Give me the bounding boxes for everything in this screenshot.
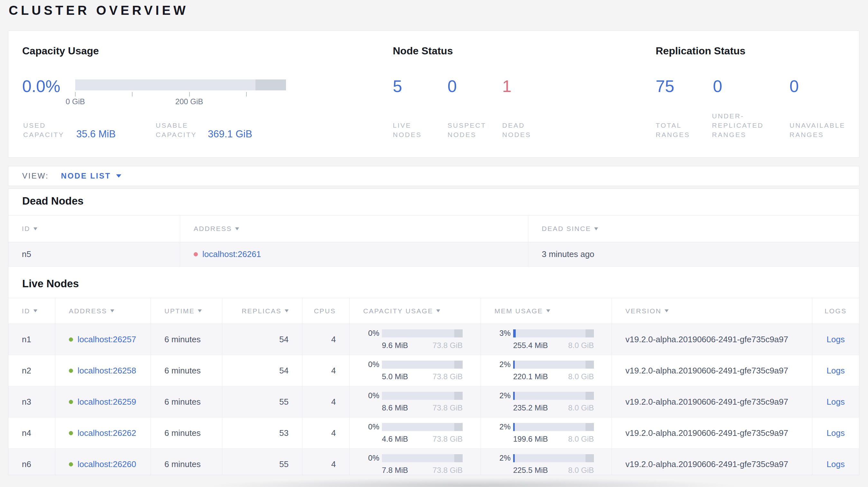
node-version: v19.2.0-alpha.20190606-2491-gfe735c9a97 bbox=[612, 386, 812, 417]
node-id: n6 bbox=[8, 449, 55, 475]
node-version: v19.2.0-alpha.20190606-2491-gfe735c9a97 bbox=[612, 324, 812, 355]
live-nodes-count: 5 bbox=[393, 77, 402, 95]
live-nodes-table-body: n1 localhost:26257 6 minutes 54 4 0% 9.6… bbox=[8, 324, 859, 475]
node-replicas: 54 bbox=[222, 324, 302, 355]
node-uptime: 6 minutes bbox=[151, 418, 222, 448]
node-capacity-usage: 0% 4.6 MiB73.8 GiB bbox=[349, 418, 480, 448]
used-capacity-label: USED CAPACITY bbox=[23, 121, 64, 139]
total-ranges-label: TOTALRANGES bbox=[656, 121, 690, 139]
sort-desc-icon bbox=[110, 310, 114, 312]
view-label: VIEW: bbox=[22, 171, 49, 181]
column-header-uptime[interactable]: UPTIME bbox=[151, 298, 222, 324]
sort-desc-icon bbox=[235, 227, 239, 230]
node-capacity-usage: 0% 8.6 MiB73.8 GiB bbox=[349, 386, 480, 417]
node-mem-usage: 2% 220.1 MiB8.0 GiB bbox=[480, 355, 612, 386]
node-status-heading: Node Status bbox=[393, 45, 453, 57]
capacity-mini-bar bbox=[382, 361, 463, 369]
dead-nodes-count: 1 bbox=[502, 77, 512, 95]
capacity-mini-bar bbox=[382, 454, 463, 462]
logs-link[interactable]: Logs bbox=[827, 397, 844, 407]
table-row: n4 localhost:26262 6 minutes 53 4 0% 4.6… bbox=[8, 418, 859, 449]
axis-tick bbox=[132, 92, 132, 97]
node-address-link[interactable]: localhost:26259 bbox=[78, 397, 136, 407]
bottom-shadow bbox=[199, 477, 746, 487]
node-cpus: 4 bbox=[302, 324, 349, 355]
dead-node-row: n5 localhost:26261 3 minutes ago bbox=[8, 242, 859, 267]
column-header-cpus[interactable]: CPUS bbox=[302, 298, 349, 324]
view-selector-bar: VIEW: NODE LIST bbox=[8, 166, 859, 186]
column-header-id[interactable]: ID bbox=[8, 216, 180, 242]
node-capacity-usage: 0% 9.6 MiB73.8 GiB bbox=[349, 324, 480, 355]
node-version: v19.2.0-alpha.20190606-2491-gfe735c9a97 bbox=[612, 418, 812, 448]
node-uptime: 6 minutes bbox=[151, 386, 222, 417]
column-header-address[interactable]: ADDRESS bbox=[180, 216, 528, 242]
node-address-cell: localhost:26258 bbox=[55, 355, 151, 386]
node-capacity-usage: 0% 7.8 MiB73.8 GiB bbox=[349, 449, 480, 475]
mem-mini-bar bbox=[513, 361, 594, 369]
mem-mini-bar bbox=[513, 423, 594, 431]
live-status-dot-icon bbox=[69, 431, 73, 435]
view-dropdown[interactable]: NODE LIST bbox=[61, 171, 121, 181]
node-address-link[interactable]: localhost:26257 bbox=[78, 334, 136, 345]
live-nodes-table-header: ID ADDRESS UPTIME REPLICAS CPUS CAPACITY… bbox=[8, 298, 859, 324]
dead-nodes-heading: Dead Nodes bbox=[8, 189, 859, 215]
chevron-down-icon bbox=[116, 174, 121, 177]
sort-desc-icon bbox=[198, 310, 202, 312]
unavailable-ranges-label: UNAVAILABLERANGES bbox=[789, 121, 845, 139]
column-header-mem-usage[interactable]: MEM USAGE bbox=[480, 298, 612, 324]
page-title: CLUSTER OVERVIEW bbox=[9, 3, 189, 18]
capacity-bar-reserved-segment bbox=[255, 79, 286, 90]
dead-node-address-link[interactable]: localhost:26261 bbox=[203, 249, 261, 259]
unavailable-ranges-count: 0 bbox=[789, 77, 799, 95]
node-logs-cell: Logs bbox=[812, 449, 859, 475]
column-header-address[interactable]: ADDRESS bbox=[55, 298, 151, 324]
capacity-mini-bar bbox=[382, 329, 463, 337]
node-logs-cell: Logs bbox=[812, 418, 859, 448]
node-capacity-usage: 0% 5.0 MiB73.8 GiB bbox=[349, 355, 480, 386]
logs-link[interactable]: Logs bbox=[827, 428, 844, 438]
node-id: n1 bbox=[8, 324, 55, 355]
node-address-link[interactable]: localhost:26260 bbox=[78, 459, 136, 469]
usable-capacity-label: USABLE CAPACITY bbox=[156, 121, 196, 139]
node-replicas: 54 bbox=[222, 355, 302, 386]
capacity-usage-section: Capacity Usage 0.0% 0 GiB 200 GiB USED C… bbox=[22, 31, 376, 157]
node-id: n2 bbox=[8, 355, 55, 386]
dead-nodes-label: DEADNODES bbox=[502, 121, 531, 139]
axis-tick-label: 200 GiB bbox=[170, 97, 209, 106]
live-nodes-heading: Live Nodes bbox=[8, 267, 859, 298]
replication-status-heading: Replication Status bbox=[656, 45, 745, 57]
column-header-capacity-usage[interactable]: CAPACITY USAGE bbox=[349, 298, 480, 324]
node-address-link[interactable]: localhost:26258 bbox=[78, 366, 136, 376]
axis-tick bbox=[75, 92, 75, 97]
column-header-dead-since[interactable]: DEAD SINCE bbox=[528, 216, 859, 242]
node-status-section: Node Status 5 0 1 LIVENODES SUSPECTNODES… bbox=[393, 31, 644, 157]
capacity-mini-bar bbox=[382, 392, 463, 400]
logs-link[interactable]: Logs bbox=[827, 334, 844, 345]
node-cpus: 4 bbox=[302, 355, 349, 386]
node-mem-usage: 2% 225.5 MiB8.0 GiB bbox=[480, 449, 612, 475]
table-row: n6 localhost:26260 6 minutes 55 4 0% 7.8… bbox=[8, 449, 859, 475]
column-header-version[interactable]: VERSION bbox=[612, 298, 812, 324]
table-row: n3 localhost:26259 6 minutes 55 4 0% 8.6… bbox=[8, 386, 859, 418]
node-address-cell: localhost:26259 bbox=[55, 386, 151, 417]
mem-mini-bar bbox=[513, 329, 594, 337]
node-logs-cell: Logs bbox=[812, 355, 859, 386]
under-replicated-label: UNDER- REPLICATED RANGES bbox=[712, 111, 764, 139]
sort-desc-icon bbox=[594, 227, 598, 230]
mem-mini-bar bbox=[513, 454, 594, 462]
column-header-replicas[interactable]: REPLICAS bbox=[222, 298, 302, 324]
table-row: n2 localhost:26258 6 minutes 54 4 0% 5.0… bbox=[8, 355, 859, 386]
mem-mini-bar bbox=[513, 392, 594, 400]
dead-nodes-table-header: ID ADDRESS DEAD SINCE bbox=[8, 215, 859, 242]
logs-link[interactable]: Logs bbox=[827, 459, 844, 469]
logs-link[interactable]: Logs bbox=[827, 366, 844, 376]
node-cpus: 4 bbox=[302, 418, 349, 448]
column-header-id[interactable]: ID bbox=[8, 298, 55, 324]
capacity-usage-bar bbox=[75, 79, 286, 90]
axis-tick-label: 0 GiB bbox=[56, 97, 95, 106]
table-row: n1 localhost:26257 6 minutes 54 4 0% 9.6… bbox=[8, 324, 859, 355]
node-address-cell: localhost:26257 bbox=[55, 324, 151, 355]
live-status-dot-icon bbox=[69, 462, 73, 466]
node-id: n3 bbox=[8, 386, 55, 417]
node-address-link[interactable]: localhost:26262 bbox=[78, 428, 136, 438]
